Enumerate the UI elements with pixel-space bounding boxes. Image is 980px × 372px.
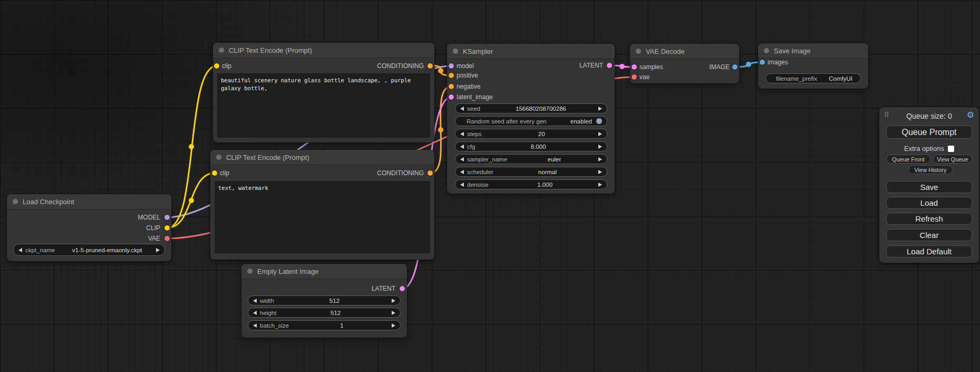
input-label-negative: negative [457, 83, 480, 90]
node-title-bar[interactable]: Save Image [758, 43, 868, 59]
node-title: Save Image [774, 47, 810, 55]
ckpt-name-widget[interactable]: ckpt_name v1-5-pruned-emaonly.ckpt [13, 244, 165, 256]
output-port-model[interactable] [164, 215, 170, 220]
input-label-latent-image: latent_image [457, 93, 493, 101]
queue-size-label: Queue size: 0 [879, 112, 979, 120]
decrement-arrow-icon[interactable] [460, 183, 464, 187]
output-port-conditioning[interactable] [428, 170, 433, 176]
input-port-model[interactable] [449, 63, 454, 69]
decrement-arrow-icon[interactable] [460, 157, 464, 161]
prompt-text-area[interactable]: beautiful scenery nature glass bottle la… [217, 73, 430, 138]
output-port-clip[interactable] [164, 225, 170, 231]
refresh-button[interactable]: Refresh [886, 213, 972, 225]
load-default-button[interactable]: Load Default [886, 245, 972, 257]
filename-prefix-widget[interactable]: filename_prefix ComfyUI [765, 73, 861, 83]
widget-value: euler [548, 156, 561, 163]
scheduler-widget[interactable]: scheduler normal [455, 167, 607, 177]
link-midpoint-dot [438, 68, 443, 73]
cfg-widget[interactable]: cfg 8.000 [455, 141, 607, 151]
extra-options-checkbox[interactable] [948, 146, 954, 152]
decrement-arrow-icon[interactable] [460, 132, 464, 136]
input-port-samples[interactable] [632, 64, 637, 70]
increment-arrow-icon[interactable] [598, 170, 602, 174]
clear-button[interactable]: Clear [886, 229, 972, 241]
decrement-arrow-icon[interactable] [460, 107, 464, 111]
input-port-latent-image[interactable] [449, 94, 454, 100]
input-port-images[interactable] [760, 60, 765, 65]
increment-arrow-icon[interactable] [392, 311, 395, 315]
output-label-model: MODEL [138, 214, 160, 221]
link-midpoint-dot [619, 64, 625, 69]
input-port-vae[interactable] [632, 74, 637, 80]
increment-arrow-icon[interactable] [392, 323, 395, 328]
decrement-arrow-icon[interactable] [253, 299, 257, 303]
node-vae-decode[interactable]: VAE Decode samples vae IMAGE [630, 44, 739, 83]
node-title-bar[interactable]: CLIP Text Encode (Prompt) [210, 150, 434, 165]
view-queue-button[interactable]: View Queue [933, 155, 972, 164]
queue-prompt-button[interactable]: Queue Prompt [886, 126, 972, 139]
input-label-vae: vae [639, 73, 649, 81]
output-label-conditioning: CONDITIONING [377, 62, 424, 70]
width-widget[interactable]: width 512 [248, 295, 401, 306]
increment-arrow-icon[interactable] [598, 132, 602, 136]
save-button[interactable]: Save [886, 181, 972, 193]
node-title-bar[interactable]: KSampler [447, 44, 615, 59]
decrement-arrow-icon[interactable] [253, 323, 257, 328]
comfyui-canvas[interactable]: { "colors": { "model": "#b39ddb", "clip"… [0, 0, 980, 372]
decrement-arrow-icon[interactable] [253, 311, 257, 315]
widget-value: 512 [331, 310, 341, 316]
increment-arrow-icon[interactable] [598, 157, 602, 161]
widget-label: height [260, 310, 276, 316]
queue-front-button[interactable]: Queue Front [886, 155, 930, 164]
node-status-icon [453, 49, 458, 54]
height-widget[interactable]: height 512 [248, 308, 401, 318]
load-button[interactable]: Load [886, 197, 972, 209]
input-port-positive[interactable] [449, 73, 454, 78]
increment-arrow-icon[interactable] [598, 183, 602, 187]
batch-size-widget[interactable]: batch_size 1 [248, 320, 401, 330]
decrement-arrow-icon[interactable] [18, 248, 22, 252]
output-port-latent[interactable] [400, 286, 405, 291]
random-seed-toggle-widget[interactable]: Random seed after every gen enabled [455, 116, 607, 126]
gear-icon[interactable]: ⚙ [967, 111, 974, 119]
node-status-icon [636, 49, 641, 54]
denoise-widget[interactable]: denoise 1.000 [455, 179, 607, 189]
widget-value: ComfyUI [829, 75, 852, 82]
node-title-bar[interactable]: VAE Decode [630, 44, 739, 59]
decrement-arrow-icon[interactable] [460, 170, 464, 174]
prompt-text-area[interactable]: text, watermark [215, 181, 430, 253]
view-history-button[interactable]: View History [908, 165, 953, 174]
node-load-checkpoint[interactable]: Load Checkpoint MODEL CLIP VAE ckpt_name… [7, 194, 171, 261]
toggle-dot-icon[interactable] [596, 118, 602, 124]
increment-arrow-icon[interactable] [598, 145, 602, 149]
output-port-latent[interactable] [607, 63, 612, 68]
node-title-bar[interactable]: CLIP Text Encode (Prompt) [213, 43, 434, 58]
input-port-clip[interactable] [212, 170, 217, 176]
widget-value: normal [538, 169, 557, 175]
node-clip-text-encode-negative[interactable]: CLIP Text Encode (Prompt) clip CONDITION… [210, 150, 434, 260]
input-label-samples: samples [639, 63, 663, 71]
node-title-bar[interactable]: Load Checkpoint [7, 194, 171, 209]
increment-arrow-icon[interactable] [392, 299, 395, 303]
widget-value: 1.000 [537, 182, 552, 188]
input-port-negative[interactable] [449, 84, 454, 89]
steps-widget[interactable]: steps 20 [455, 129, 607, 139]
node-ksampler[interactable]: KSampler model positive negative latent_… [447, 44, 615, 194]
node-save-image[interactable]: Save Image images filename_prefix ComfyU… [758, 43, 868, 89]
widget-label: scheduler [467, 169, 493, 175]
link-midpoint-dot [746, 62, 751, 67]
widget-label: steps [467, 131, 482, 137]
sampler-name-widget[interactable]: sampler_name euler [455, 154, 607, 164]
output-port-image[interactable] [732, 64, 738, 70]
link-midpoint-dot [189, 144, 194, 149]
output-port-conditioning[interactable] [428, 63, 433, 69]
input-port-clip[interactable] [214, 63, 219, 69]
node-clip-text-encode-positive[interactable]: CLIP Text Encode (Prompt) clip CONDITION… [213, 43, 434, 142]
increment-arrow-icon[interactable] [598, 107, 602, 111]
increment-arrow-icon[interactable] [156, 248, 160, 252]
decrement-arrow-icon[interactable] [460, 145, 464, 149]
node-empty-latent-image[interactable]: Empty Latent Image LATENT width 512 heig… [241, 264, 407, 338]
output-port-vae[interactable] [164, 236, 170, 241]
seed-widget[interactable]: seed 156680208700286 [455, 103, 607, 113]
node-title-bar[interactable]: Empty Latent Image [241, 264, 407, 279]
